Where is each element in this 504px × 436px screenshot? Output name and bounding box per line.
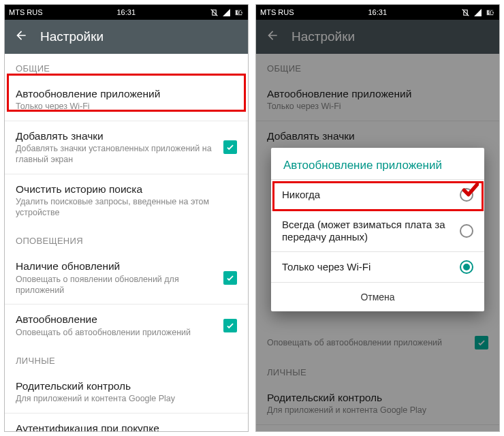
checkbox-checked-icon[interactable] [223,319,237,332]
section-notifications: ОПОВЕЩЕНИЯ [5,226,248,251]
item-title: Автообновление [16,313,214,326]
carrier-label: MTS RUS [9,8,43,16]
status-icons: 63 [461,8,495,17]
status-bar: MTS RUS 16:31 63 [256,5,499,20]
option-label: Всегда (может взиматься плата за передач… [282,219,452,243]
item-add-icons[interactable]: Добавлять значки Добавлять значки устано… [5,121,248,174]
item-subtitle: Оповещать об автообновлении приложений [16,327,214,338]
option-label: Никогда [282,189,452,201]
item-auto-update-apps[interactable]: Автообновление приложений Только через W… [5,79,248,121]
item-title: Автообновление приложений [16,87,237,100]
vibrate-icon [461,8,470,17]
checkbox-checked-icon[interactable] [223,140,237,154]
clock: 16:31 [294,8,461,16]
item-clear-history[interactable]: Очистить историю поиска Удалить поисковы… [5,174,248,227]
signal-icon [222,8,231,17]
item-title: Аутентификация при покупке [16,422,237,433]
dialog-title: Автообновление приложений [271,148,484,179]
option-never[interactable]: Никогда [271,180,484,210]
vibrate-icon [210,8,219,17]
battery-pct: 63 [237,9,244,16]
option-wifi-only[interactable]: Только через Wi-Fi [271,252,484,282]
item-subtitle: Удалить поисковые запросы, введенные на … [16,196,237,219]
clock: 16:31 [43,8,210,16]
radio-icon [460,224,473,238]
status-icons: 63 [210,8,244,17]
status-bar: MTS RUS 16:31 63 [5,5,248,20]
auto-update-dialog: Автообновление приложений Никогда Всегда… [271,148,484,311]
item-auth-on-purchase[interactable]: Аутентификация при покупке [5,414,248,433]
settings-list: ОБЩИЕ Автообновление приложений Только ч… [5,54,248,432]
item-title: Родительский контроль [16,379,237,392]
radio-selected-icon [460,260,473,274]
battery-pct: 63 [488,9,495,16]
item-parental-controls[interactable]: Родительский контроль Для приложений и к… [5,371,248,413]
section-personal: ЛИЧНЫЕ [5,346,248,371]
option-label: Только через Wi-Fi [282,261,452,273]
item-title: Добавлять значки [16,129,214,142]
carrier-label: MTS RUS [260,8,294,16]
item-auto-update-notif[interactable]: Автообновление Оповещать об автообновлен… [5,305,248,346]
item-updates-available[interactable]: Наличие обновлений Оповещать о появлении… [5,251,248,304]
cancel-button[interactable]: Отмена [271,283,484,311]
phone-right: MTS RUS 16:31 63 Настройки ОБЩИЕ Автообн… [255,4,500,432]
item-subtitle: Только через Wi-Fi [16,101,237,112]
item-title: Наличие обновлений [16,260,214,272]
back-icon[interactable] [14,29,28,45]
app-bar: Настройки [5,20,248,54]
section-common: ОБЩИЕ [5,54,248,79]
checkbox-checked-icon[interactable] [223,271,237,285]
page-title: Настройки [40,29,104,44]
item-subtitle: Добавлять значки установленных приложени… [16,143,214,166]
signal-icon [473,8,482,17]
item-title: Очистить историю поиска [16,183,237,196]
item-subtitle: Для приложений и контента Google Play [16,393,237,404]
item-subtitle: Оповещать о появлении обновлений для при… [16,274,214,296]
phone-left: MTS RUS 16:31 63 Настройки ОБЩИЕ Автообн… [4,4,249,432]
radio-icon [460,188,473,202]
option-always[interactable]: Всегда (может взиматься плата за передач… [271,211,484,251]
